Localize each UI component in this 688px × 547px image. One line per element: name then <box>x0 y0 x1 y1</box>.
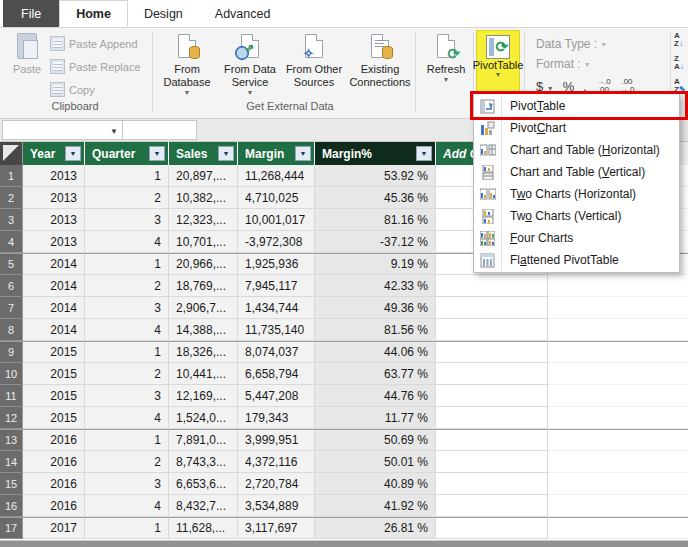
cell-sales[interactable]: 10,382,... <box>169 187 238 209</box>
cell-quarter[interactable]: 2 <box>85 187 169 209</box>
menu-item-two-charts-horizontal[interactable]: Two Charts (Horizontal) <box>474 183 679 205</box>
cell-sales[interactable]: 10,701,... <box>169 231 238 253</box>
cell-sales[interactable]: 20,966,... <box>169 253 238 275</box>
clear-sort-button[interactable]: AZ✎ <box>674 78 686 94</box>
cell-year[interactable]: 2013 <box>23 209 85 231</box>
cell-quarter[interactable]: 3 <box>85 209 169 231</box>
sort-za-button[interactable]: ZA↓ <box>674 55 686 71</box>
cell-sales[interactable]: 12,169,... <box>169 385 238 407</box>
cell-sales[interactable]: 8,432,7... <box>169 495 238 517</box>
cell-add-column[interactable] <box>436 451 548 473</box>
cell-quarter[interactable]: 3 <box>85 385 169 407</box>
cell-add-column[interactable] <box>436 275 548 297</box>
filter-button[interactable]: ▼ <box>218 146 234 161</box>
cell-margin-pct[interactable]: 50.01 % <box>315 451 436 473</box>
menu-item-pivotchart[interactable]: PivotChart <box>474 117 679 139</box>
row-number[interactable]: 12 <box>0 407 23 429</box>
cell-year[interactable]: 2015 <box>23 407 85 429</box>
tab-home[interactable]: Home <box>59 0 128 27</box>
cell-sales[interactable]: 10,441,... <box>169 363 238 385</box>
cell-year[interactable]: 2017 <box>23 517 85 539</box>
cell-sales[interactable]: 7,891,0... <box>169 429 238 451</box>
cell-add-column[interactable] <box>436 319 548 341</box>
column-header-sales[interactable]: Sales ▼ <box>169 142 238 165</box>
cell-quarter[interactable]: 4 <box>85 319 169 341</box>
column-header-margin-pct[interactable]: Margin% ▼ <box>315 142 436 165</box>
cell-margin-pct[interactable]: 81.56 % <box>315 319 436 341</box>
cell-quarter[interactable]: 4 <box>85 495 169 517</box>
cell-year[interactable]: 2015 <box>23 341 85 363</box>
row-number[interactable]: 17 <box>0 517 23 539</box>
menu-item-pivottable[interactable]: PivotTable <box>474 95 679 117</box>
existing-connections-button[interactable]: Existing Connections <box>348 31 412 97</box>
cell-margin-pct[interactable]: 44.76 % <box>315 385 436 407</box>
cell-year[interactable]: 2016 <box>23 495 85 517</box>
row-number[interactable]: 4 <box>0 231 23 253</box>
cell-margin[interactable]: 3,117,697 <box>238 517 315 539</box>
bottom-scroll-strip[interactable] <box>0 540 688 547</box>
cell-quarter[interactable]: 2 <box>85 363 169 385</box>
cell-year[interactable]: 2013 <box>23 187 85 209</box>
percent-format-button[interactable]: % <box>563 79 575 94</box>
cell-margin-pct[interactable]: 81.16 % <box>315 209 436 231</box>
cell-add-column[interactable] <box>436 407 548 429</box>
cell-margin-pct[interactable]: 45.36 % <box>315 187 436 209</box>
thousands-separator-button[interactable]: , <box>583 79 587 94</box>
cell-sales[interactable]: 11,628,... <box>169 517 238 539</box>
cell-margin[interactable]: 2,720,784 <box>238 473 315 495</box>
cell-quarter[interactable]: 2 <box>85 275 169 297</box>
from-other-sources-button[interactable]: ✧ From Other Sources <box>283 31 345 97</box>
cell-margin-pct[interactable]: 26.81 % <box>315 517 436 539</box>
cell-year[interactable]: 2015 <box>23 385 85 407</box>
row-number[interactable]: 8 <box>0 319 23 341</box>
copy-button[interactable]: Copy <box>50 82 95 97</box>
tab-advanced[interactable]: Advanced <box>199 0 287 27</box>
cell-margin-pct[interactable]: 63.77 % <box>315 363 436 385</box>
filter-button[interactable]: ▼ <box>149 146 165 161</box>
row-number[interactable]: 14 <box>0 451 23 473</box>
row-number[interactable]: 16 <box>0 495 23 517</box>
filter-button[interactable]: ▼ <box>295 146 311 161</box>
paste-append-button[interactable]: Paste Append <box>50 36 138 51</box>
cell-add-column[interactable] <box>436 297 548 319</box>
cell-margin[interactable]: 1,925,936 <box>238 253 315 275</box>
cell-margin[interactable]: 4,710,025 <box>238 187 315 209</box>
row-number[interactable]: 15 <box>0 473 23 495</box>
cell-year[interactable]: 2016 <box>23 451 85 473</box>
row-number[interactable]: 2 <box>0 187 23 209</box>
cell-add-column[interactable] <box>436 385 548 407</box>
cell-add-column[interactable] <box>436 495 548 517</box>
cell-year[interactable]: 2014 <box>23 275 85 297</box>
row-number[interactable]: 1 <box>0 165 23 187</box>
column-header-margin[interactable]: Margin ▼ <box>238 142 315 165</box>
cell-sales[interactable]: 6,653,6... <box>169 473 238 495</box>
row-number[interactable]: 13 <box>0 429 23 451</box>
cell-quarter[interactable]: 1 <box>85 341 169 363</box>
cell-sales[interactable]: 1,524,0... <box>169 407 238 429</box>
row-number[interactable]: 6 <box>0 275 23 297</box>
cell-margin-pct[interactable]: 44.06 % <box>315 341 436 363</box>
cell-year[interactable]: 2014 <box>23 253 85 275</box>
refresh-button[interactable]: ⟳ Refresh ▼ <box>421 31 471 97</box>
cell-sales[interactable]: 14,388,... <box>169 319 238 341</box>
cell-margin[interactable]: 7,945,117 <box>238 275 315 297</box>
menu-item-two-charts-vertical[interactable]: Two Charts (Vertical) <box>474 205 679 227</box>
cell-add-column[interactable] <box>436 341 548 363</box>
cell-quarter[interactable]: 1 <box>85 165 169 187</box>
filter-button[interactable]: ▼ <box>416 146 432 161</box>
cell-quarter[interactable]: 1 <box>85 253 169 275</box>
tab-file[interactable]: File <box>3 0 59 27</box>
cell-margin-pct[interactable]: 50.69 % <box>315 429 436 451</box>
decrease-decimal-button[interactable]: .00→.0 <box>620 78 635 94</box>
cell-sales[interactable]: 18,326,... <box>169 341 238 363</box>
cell-margin-pct[interactable]: 42.33 % <box>315 275 436 297</box>
cell-quarter[interactable]: 1 <box>85 517 169 539</box>
cell-quarter[interactable]: 2 <box>85 451 169 473</box>
cell-sales[interactable]: 18,769,... <box>169 275 238 297</box>
cell-sales[interactable]: 20,897,... <box>169 165 238 187</box>
cell-sales[interactable]: 8,743,3... <box>169 451 238 473</box>
cell-margin[interactable]: 1,434,744 <box>238 297 315 319</box>
cell-quarter[interactable]: 1 <box>85 429 169 451</box>
select-all-corner[interactable] <box>0 142 23 165</box>
cell-margin[interactable]: -3,972,308 <box>238 231 315 253</box>
